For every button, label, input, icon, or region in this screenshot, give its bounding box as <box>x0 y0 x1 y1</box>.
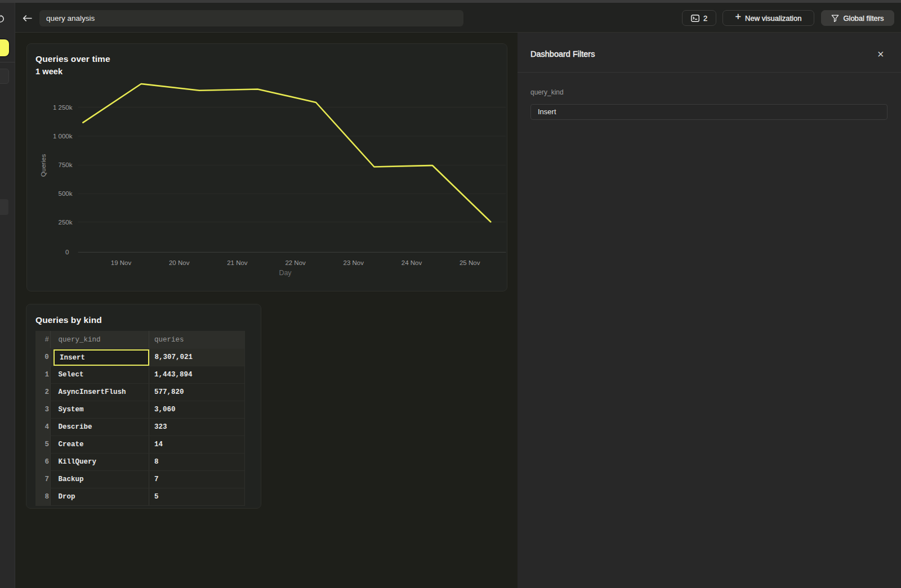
svg-text:25 Nov: 25 Nov <box>460 259 480 266</box>
svg-text:20 Nov: 20 Nov <box>169 259 190 266</box>
svg-text:750k: 750k <box>59 161 73 168</box>
svg-text:21 Nov: 21 Nov <box>227 259 248 266</box>
svg-text:24 Nov: 24 Nov <box>402 259 422 266</box>
svg-text:19 Nov: 19 Nov <box>111 259 132 266</box>
svg-text:250k: 250k <box>59 219 73 226</box>
svg-text:1 000k: 1 000k <box>53 133 73 140</box>
svg-text:1 250k: 1 250k <box>53 104 73 111</box>
svg-text:23 Nov: 23 Nov <box>344 259 364 266</box>
svg-text:22 Nov: 22 Nov <box>285 259 306 266</box>
svg-text:Day: Day <box>279 269 292 277</box>
svg-text:Queries: Queries <box>40 154 47 177</box>
svg-text:500k: 500k <box>59 190 73 197</box>
svg-text:0: 0 <box>65 249 69 255</box>
